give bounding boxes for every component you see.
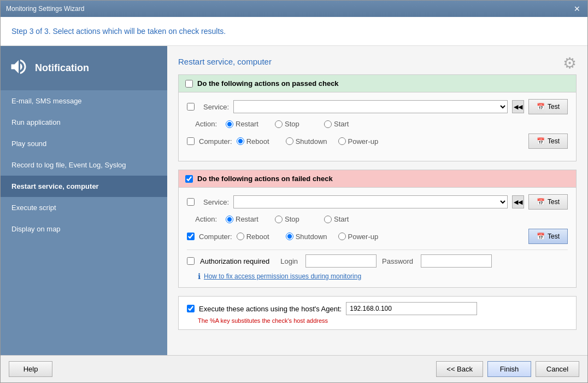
- passed-action-restart[interactable]: Restart: [226, 120, 264, 128]
- agent-hint: The %A key substitutes the check's host …: [187, 317, 568, 324]
- passed-action-radio-group: Restart Stop Start: [226, 120, 568, 128]
- sidebar-title: Notification: [35, 62, 89, 74]
- sidebar-item-record-log[interactable]: Record to log file, Event Log, Syslog: [1, 154, 167, 176]
- failed-service-select[interactable]: [233, 195, 508, 208]
- passed-action-label: Action:: [187, 120, 221, 128]
- agent-label[interactable]: Execute these actions using the host's A…: [199, 305, 342, 313]
- failed-action-row: Action: Restart Stop Start: [187, 215, 568, 223]
- calendar-icon3: 📅: [537, 198, 545, 206]
- login-label: Login: [280, 257, 298, 265]
- passed-computer-reboot[interactable]: Reboot: [237, 137, 275, 146]
- gear-icon: ⚙: [563, 54, 577, 72]
- failed-service-arrow[interactable]: ◀◀: [512, 195, 524, 208]
- auth-row: Authorization required Login Password: [187, 249, 568, 268]
- failed-check-section: Do the following actions on failed check…: [178, 170, 577, 288]
- failed-computer-reboot[interactable]: Reboot: [237, 233, 275, 241]
- passed-action-stop[interactable]: Stop: [275, 120, 313, 128]
- failed-check-body: Service: ◀◀ 📅 Test Action:: [179, 188, 576, 287]
- password-label: Password: [382, 257, 413, 265]
- failed-action-restart[interactable]: Restart: [226, 215, 264, 223]
- sidebar: Notification E-mail, SMS message Run app…: [1, 46, 167, 355]
- step-header: Step 3 of 3. Select actions which will b…: [1, 17, 587, 46]
- failed-check-checkbox[interactable]: [185, 175, 193, 183]
- failed-check-label[interactable]: Do the following actions on failed check: [197, 175, 333, 183]
- passed-action-start[interactable]: Start: [324, 120, 362, 128]
- failed-action-radio-group: Restart Stop Start: [226, 215, 568, 223]
- passed-action-row: Action: Restart Stop Start: [187, 120, 568, 128]
- failed-service-checkbox[interactable]: [187, 198, 195, 206]
- failed-action-stop[interactable]: Stop: [275, 215, 313, 223]
- login-input[interactable]: [305, 254, 377, 268]
- window-title: Monitoring Settings Wizard: [6, 5, 84, 13]
- main-window: Monitoring Settings Wizard ✕ Step 3 of 3…: [0, 0, 588, 383]
- content-area: Restart service, computer ⚙ Do the follo…: [167, 46, 587, 355]
- agent-section: Execute these actions using the host's A…: [178, 296, 577, 330]
- info-icon: ℹ: [198, 272, 201, 281]
- passed-computer-row: Computer: Reboot Shutdown Power-up: [187, 134, 568, 149]
- sidebar-item-run-app[interactable]: Run application: [1, 112, 167, 133]
- agent-checkbox[interactable]: [187, 305, 195, 312]
- failed-computer-shutdown[interactable]: Shutdown: [286, 233, 327, 241]
- info-row: ℹ How to fix access permission issues du…: [187, 272, 568, 281]
- passed-computer-radio-group: Reboot Shutdown Power-up: [237, 137, 524, 146]
- failed-service-label[interactable]: Service:: [199, 198, 229, 206]
- failed-computer-row: Computer: Reboot Shutdown Power-up: [187, 229, 568, 244]
- failed-service-test-button[interactable]: 📅 Test: [528, 194, 568, 210]
- calendar-icon: 📅: [537, 103, 545, 111]
- back-button[interactable]: << Back: [436, 361, 483, 377]
- passed-check-label[interactable]: Do the following actions on passed check: [197, 79, 339, 88]
- passed-computer-checkbox[interactable]: [187, 137, 195, 145]
- failed-computer-powerup[interactable]: Power-up: [338, 233, 379, 241]
- failed-computer-test-button[interactable]: 📅 Test: [528, 229, 568, 244]
- agent-input[interactable]: [346, 302, 477, 315]
- passed-service-test-button[interactable]: 📅 Test: [528, 99, 568, 114]
- passed-service-arrow[interactable]: ◀◀: [512, 100, 524, 113]
- failed-computer-label[interactable]: Computer:: [199, 233, 232, 241]
- info-link[interactable]: How to fix access permission issues duri…: [204, 272, 361, 280]
- failed-computer-radio-group: Reboot Shutdown Power-up: [237, 233, 524, 241]
- agent-row: Execute these actions using the host's A…: [187, 302, 568, 315]
- password-input[interactable]: [421, 254, 492, 268]
- failed-computer-checkbox[interactable]: [187, 233, 195, 240]
- passed-check-section: Do the following actions on passed check…: [178, 74, 577, 161]
- calendar-icon4: 📅: [537, 233, 545, 240]
- title-bar: Monitoring Settings Wizard ✕: [1, 1, 587, 17]
- passed-service-row: Service: ◀◀ 📅 Test: [187, 99, 568, 114]
- content-title: Restart service, computer: [178, 57, 272, 66]
- failed-check-header: Do the following actions on failed check: [179, 170, 576, 188]
- sidebar-item-email[interactable]: E-mail, SMS message: [1, 90, 167, 112]
- close-button[interactable]: ✕: [572, 4, 582, 14]
- passed-check-header: Do the following actions on passed check: [179, 75, 576, 92]
- passed-check-body: Service: ◀◀ 📅 Test Action:: [179, 92, 576, 161]
- finish-button[interactable]: Finish: [487, 361, 531, 377]
- passed-computer-powerup[interactable]: Power-up: [338, 137, 379, 146]
- sidebar-item-execute-script[interactable]: Execute script: [1, 197, 167, 218]
- passed-service-label[interactable]: Service:: [199, 103, 229, 111]
- passed-computer-shutdown[interactable]: Shutdown: [286, 137, 327, 146]
- main-body: Notification E-mail, SMS message Run app…: [1, 46, 587, 355]
- passed-computer-label[interactable]: Computer:: [199, 137, 232, 146]
- footer-right: << Back Finish Cancel: [436, 361, 579, 377]
- speaker-icon: [9, 57, 28, 79]
- auth-checkbox[interactable]: [187, 257, 195, 265]
- auth-label[interactable]: Authorization required: [200, 257, 269, 265]
- sidebar-item-play-sound[interactable]: Play sound: [1, 133, 167, 154]
- passed-computer-test-button[interactable]: 📅 Test: [528, 134, 568, 149]
- help-button[interactable]: Help: [9, 361, 52, 377]
- passed-service-select[interactable]: [233, 100, 508, 113]
- step-text: Step 3 of 3. Select actions which will b…: [11, 27, 226, 36]
- failed-action-label: Action:: [187, 215, 221, 223]
- sidebar-item-display-map[interactable]: Display on map: [1, 218, 167, 240]
- cancel-button[interactable]: Cancel: [536, 361, 579, 377]
- sidebar-item-restart[interactable]: Restart service, computer: [1, 176, 167, 197]
- sidebar-header: Notification: [1, 46, 167, 90]
- failed-action-start[interactable]: Start: [324, 215, 362, 223]
- calendar-icon2: 📅: [537, 137, 545, 145]
- passed-check-checkbox[interactable]: [185, 80, 193, 88]
- footer: Help << Back Finish Cancel: [1, 355, 587, 382]
- failed-service-row: Service: ◀◀ 📅 Test: [187, 194, 568, 210]
- passed-service-checkbox[interactable]: [187, 103, 195, 111]
